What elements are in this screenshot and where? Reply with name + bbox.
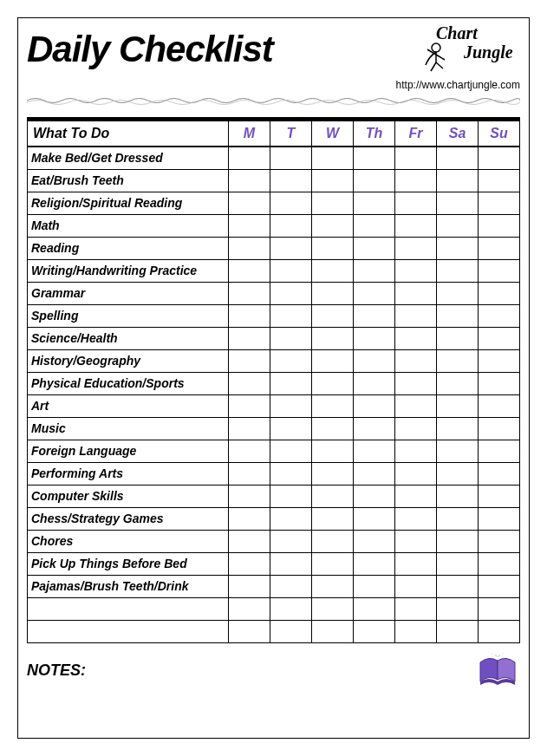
- checkbox-cell[interactable]: [479, 575, 520, 597]
- checkbox-cell[interactable]: [395, 237, 437, 259]
- checkbox-cell[interactable]: [395, 552, 437, 575]
- checkbox-cell[interactable]: [229, 507, 270, 530]
- checkbox-cell[interactable]: [395, 485, 437, 507]
- checkbox-cell[interactable]: [229, 620, 270, 642]
- checkbox-cell[interactable]: [395, 214, 437, 237]
- checkbox-cell[interactable]: [395, 327, 437, 349]
- checkbox-cell[interactable]: [312, 462, 354, 485]
- checkbox-cell[interactable]: [479, 440, 520, 462]
- checkbox-cell[interactable]: [312, 620, 354, 642]
- checkbox-cell[interactable]: [229, 372, 270, 394]
- checkbox-cell[interactable]: [354, 620, 395, 642]
- checkbox-cell[interactable]: [312, 597, 354, 620]
- checkbox-cell[interactable]: [312, 214, 354, 237]
- checkbox-cell[interactable]: [437, 507, 479, 530]
- checkbox-cell[interactable]: [395, 349, 437, 372]
- checkbox-cell[interactable]: [354, 372, 395, 394]
- checkbox-cell[interactable]: [229, 462, 270, 485]
- checkbox-cell[interactable]: [270, 552, 312, 575]
- checkbox-cell[interactable]: [354, 440, 395, 462]
- checkbox-cell[interactable]: [395, 507, 437, 530]
- checkbox-cell[interactable]: [312, 507, 354, 530]
- checkbox-cell[interactable]: [312, 372, 354, 394]
- checkbox-cell[interactable]: [229, 282, 270, 304]
- checkbox-cell[interactable]: [479, 237, 520, 259]
- checkbox-cell[interactable]: [312, 192, 354, 214]
- checkbox-cell[interactable]: [229, 417, 270, 440]
- checkbox-cell[interactable]: [479, 349, 520, 372]
- checkbox-cell[interactable]: [479, 372, 520, 394]
- checkbox-cell[interactable]: [437, 372, 479, 394]
- checkbox-cell[interactable]: [354, 169, 395, 192]
- checkbox-cell[interactable]: [395, 147, 437, 169]
- checkbox-cell[interactable]: [229, 259, 270, 282]
- checkbox-cell[interactable]: [312, 485, 354, 507]
- checkbox-cell[interactable]: [312, 259, 354, 282]
- checkbox-cell[interactable]: [270, 485, 312, 507]
- checkbox-cell[interactable]: [354, 327, 395, 349]
- checkbox-cell[interactable]: [395, 462, 437, 485]
- checkbox-cell[interactable]: [354, 485, 395, 507]
- checkbox-cell[interactable]: [270, 237, 312, 259]
- checkbox-cell[interactable]: [479, 192, 520, 214]
- checkbox-cell[interactable]: [395, 304, 437, 327]
- checkbox-cell[interactable]: [229, 575, 270, 597]
- checkbox-cell[interactable]: [354, 417, 395, 440]
- checkbox-cell[interactable]: [437, 575, 479, 597]
- checkbox-cell[interactable]: [312, 575, 354, 597]
- checkbox-cell[interactable]: [312, 237, 354, 259]
- checkbox-cell[interactable]: [229, 485, 270, 507]
- checkbox-cell[interactable]: [479, 282, 520, 304]
- checkbox-cell[interactable]: [229, 440, 270, 462]
- checkbox-cell[interactable]: [229, 192, 270, 214]
- checkbox-cell[interactable]: [354, 507, 395, 530]
- checkbox-cell[interactable]: [354, 282, 395, 304]
- checkbox-cell[interactable]: [270, 327, 312, 349]
- checkbox-cell[interactable]: [437, 620, 479, 642]
- checkbox-cell[interactable]: [437, 530, 479, 552]
- checkbox-cell[interactable]: [270, 349, 312, 372]
- checkbox-cell[interactable]: [312, 282, 354, 304]
- checkbox-cell[interactable]: [479, 147, 520, 169]
- checkbox-cell[interactable]: [312, 169, 354, 192]
- checkbox-cell[interactable]: [270, 259, 312, 282]
- checkbox-cell[interactable]: [270, 372, 312, 394]
- checkbox-cell[interactable]: [354, 147, 395, 169]
- checkbox-cell[interactable]: [312, 147, 354, 169]
- checkbox-cell[interactable]: [354, 214, 395, 237]
- checkbox-cell[interactable]: [479, 530, 520, 552]
- checkbox-cell[interactable]: [229, 530, 270, 552]
- checkbox-cell[interactable]: [437, 462, 479, 485]
- checkbox-cell[interactable]: [270, 304, 312, 327]
- checkbox-cell[interactable]: [395, 192, 437, 214]
- checkbox-cell[interactable]: [479, 259, 520, 282]
- checkbox-cell[interactable]: [395, 394, 437, 417]
- checkbox-cell[interactable]: [437, 327, 479, 349]
- checkbox-cell[interactable]: [270, 440, 312, 462]
- checkbox-cell[interactable]: [395, 440, 437, 462]
- checkbox-cell[interactable]: [437, 304, 479, 327]
- checkbox-cell[interactable]: [479, 620, 520, 642]
- checkbox-cell[interactable]: [229, 147, 270, 169]
- checkbox-cell[interactable]: [354, 192, 395, 214]
- checkbox-cell[interactable]: [270, 192, 312, 214]
- checkbox-cell[interactable]: [270, 394, 312, 417]
- checkbox-cell[interactable]: [312, 417, 354, 440]
- checkbox-cell[interactable]: [229, 394, 270, 417]
- checkbox-cell[interactable]: [479, 327, 520, 349]
- checkbox-cell[interactable]: [395, 620, 437, 642]
- checkbox-cell[interactable]: [354, 575, 395, 597]
- checkbox-cell[interactable]: [270, 575, 312, 597]
- checkbox-cell[interactable]: [270, 620, 312, 642]
- checkbox-cell[interactable]: [312, 327, 354, 349]
- checkbox-cell[interactable]: [229, 349, 270, 372]
- checkbox-cell[interactable]: [354, 462, 395, 485]
- checkbox-cell[interactable]: [395, 530, 437, 552]
- checkbox-cell[interactable]: [437, 192, 479, 214]
- checkbox-cell[interactable]: [229, 327, 270, 349]
- checkbox-cell[interactable]: [354, 349, 395, 372]
- checkbox-cell[interactable]: [395, 597, 437, 620]
- checkbox-cell[interactable]: [395, 282, 437, 304]
- checkbox-cell[interactable]: [395, 372, 437, 394]
- checkbox-cell[interactable]: [229, 552, 270, 575]
